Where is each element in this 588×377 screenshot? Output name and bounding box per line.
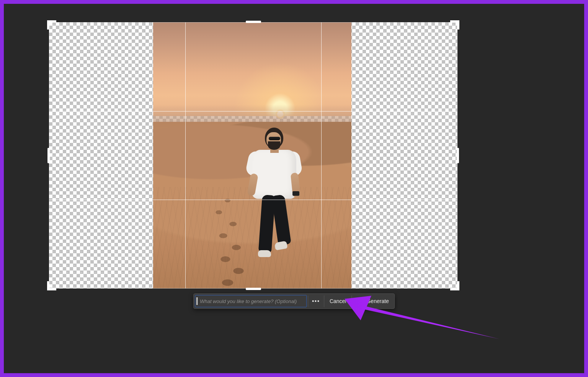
crop-handle-bottom-left[interactable] [47,281,56,290]
app-window: ••• Cancel Generate [4,4,584,373]
crop-handle-right[interactable] [457,148,459,163]
prompt-field-wrap[interactable] [195,295,307,307]
generate-label: Generate [366,298,389,304]
crop-handle-top[interactable] [246,21,261,23]
ellipsis-icon: ••• [312,298,320,304]
crop-handle-left[interactable] [47,148,50,163]
crop-canvas[interactable] [49,22,457,288]
crop-handle-bottom-right[interactable] [450,281,459,290]
more-options-button[interactable]: ••• [308,294,324,308]
generative-expand-toolbar: ••• Cancel Generate [193,293,395,309]
cancel-label: Cancel [330,298,346,304]
image-content [153,22,351,288]
generate-icon [357,298,363,304]
crop-handle-top-right[interactable] [450,20,459,30]
crop-handle-bottom[interactable] [246,288,261,290]
cancel-button[interactable]: Cancel [324,294,352,308]
generate-button[interactable]: Generate [352,294,394,308]
prompt-input[interactable] [198,298,306,304]
crop-handle-top-left[interactable] [47,20,56,30]
